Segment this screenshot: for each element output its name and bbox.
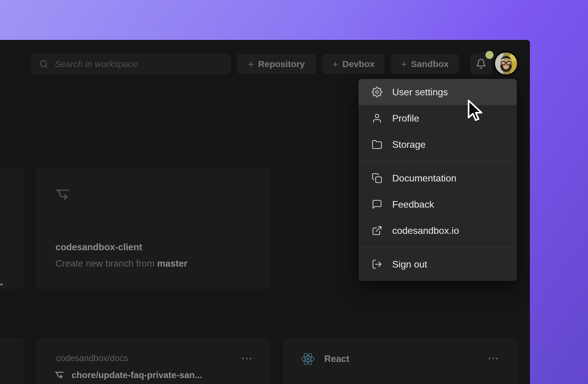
folder-icon — [372, 139, 382, 150]
search-placeholder: Search in workspace — [55, 59, 137, 69]
plus-icon: + — [332, 59, 338, 69]
new-repository-label: Repository — [258, 59, 305, 69]
user-menu-dropdown: User settings Profile Storage Documentat… — [359, 79, 517, 281]
sign-out-icon — [372, 259, 382, 270]
clipped-branch-card[interactable] — [0, 168, 24, 289]
default-branch-name: master — [157, 258, 187, 269]
menu-section-account: User settings Profile Storage — [359, 79, 517, 161]
react-logo-icon — [300, 352, 315, 366]
create-branch-card[interactable]: codesandbox-client Create new branch fro… — [36, 168, 271, 289]
new-sandbox-label: Sandbox — [411, 59, 449, 69]
subtitle-prefix: Create new branch from — [55, 258, 157, 269]
more-options-icon[interactable]: ⋯ — [488, 352, 500, 365]
menu-item-label: Feedback — [392, 199, 434, 210]
notification-dot — [485, 51, 494, 59]
menu-item-user-settings[interactable]: User settings — [359, 79, 517, 105]
user-avatar[interactable] — [495, 52, 517, 74]
branch-row: chore/update-faq-private-san... — [54, 370, 202, 380]
menu-item-profile[interactable]: Profile — [359, 105, 517, 131]
branch-arrow-icon — [54, 370, 66, 380]
external-link-icon — [372, 225, 382, 236]
avatar-photo — [495, 52, 517, 74]
menu-item-label: User settings — [392, 87, 448, 98]
notifications-button[interactable] — [470, 53, 492, 74]
repo-card-title: codesandbox/docs — [56, 353, 128, 363]
new-sandbox-button[interactable]: + Sandbox — [391, 54, 459, 74]
menu-item-documentation[interactable]: Documentation — [359, 165, 517, 191]
codesandbox-dashboard: Search in workspace + Repository + Devbo… — [0, 0, 588, 384]
search-input[interactable]: Search in workspace — [32, 54, 230, 74]
branch-name: chore/update-faq-private-san... — [72, 370, 202, 380]
new-devbox-button[interactable]: + Devbox — [322, 54, 384, 74]
repo-name: codesandbox-client — [55, 242, 142, 253]
menu-item-storage[interactable]: Storage — [359, 131, 517, 158]
menu-item-sign-out[interactable]: Sign out — [359, 251, 517, 277]
pages-icon — [372, 173, 382, 184]
branch-arrow-icon — [55, 187, 72, 202]
menu-item-label: codesandbox.io — [392, 225, 459, 236]
repo-card-codesandbox-docs[interactable]: codesandbox/docs ⋯ chore/update-faq-priv… — [36, 338, 271, 384]
plus-icon: + — [401, 59, 407, 69]
new-repository-button[interactable]: + Repository — [237, 54, 316, 74]
new-devbox-label: Devbox — [342, 59, 375, 69]
menu-item-feedback[interactable]: Feedback — [359, 191, 517, 217]
menu-item-label: Profile — [392, 113, 419, 124]
clipped-text-fragment — [0, 284, 3, 285]
template-title: React — [324, 354, 349, 364]
menu-item-codesandbox-io[interactable]: codesandbox.io — [359, 217, 517, 244]
search-icon — [39, 59, 49, 69]
gear-icon — [372, 87, 382, 97]
app-window: Search in workspace + Repository + Devbo… — [0, 40, 530, 384]
menu-section-resources: Documentation Feedback codesandbox.io — [359, 161, 517, 247]
plus-icon: + — [248, 59, 254, 69]
create-branch-subtitle: Create new branch from master — [55, 258, 187, 269]
menu-section-session: Sign out — [359, 248, 517, 281]
more-options-icon[interactable]: ⋯ — [241, 352, 254, 365]
template-card-react[interactable]: React ⋯ — [283, 338, 518, 384]
speech-bubble-icon — [372, 199, 382, 210]
menu-item-label: Documentation — [392, 173, 456, 184]
clipped-repo-card[interactable] — [0, 338, 24, 384]
person-icon — [372, 113, 382, 124]
bell-icon — [476, 58, 486, 69]
template-row: React — [300, 352, 349, 366]
menu-item-label: Sign out — [392, 259, 427, 270]
menu-item-label: Storage — [392, 139, 426, 150]
